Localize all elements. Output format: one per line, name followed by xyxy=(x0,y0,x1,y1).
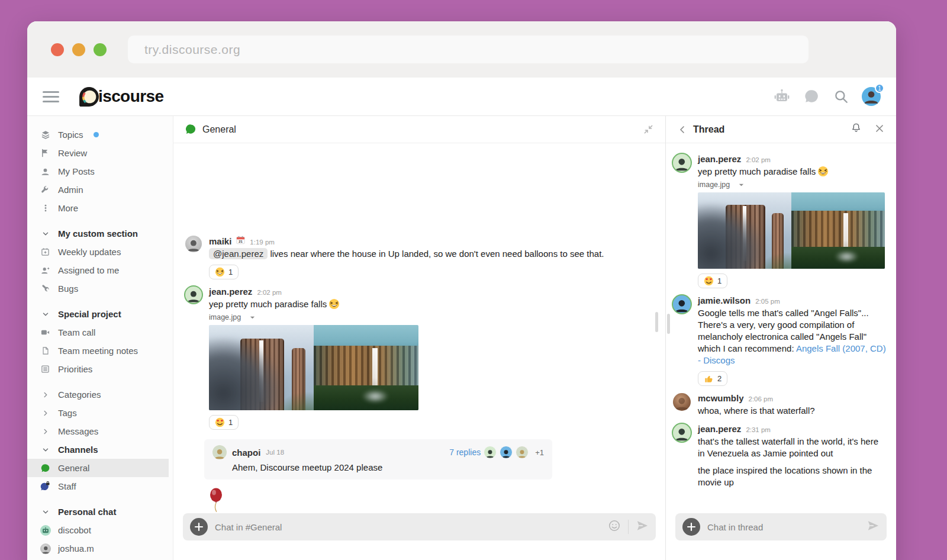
avatar[interactable] xyxy=(673,393,691,411)
message-text: yep pretty much paradise falls xyxy=(698,166,816,176)
paradise-falls-image[interactable] xyxy=(698,192,791,269)
sidebar-section-categories[interactable]: Categories xyxy=(27,385,173,404)
timestamp: 2:31 pm xyxy=(746,426,771,433)
sidebar-item-bugs[interactable]: Bugs xyxy=(27,279,173,298)
sidebar-channel-general[interactable]: General xyxy=(27,459,169,477)
maximize-window-button[interactable] xyxy=(94,43,107,56)
avatar[interactable] xyxy=(212,445,227,459)
attachment-toggle[interactable]: image.jpg xyxy=(698,181,885,189)
attach-button[interactable] xyxy=(190,518,208,536)
sidebar-item-team-meeting-notes[interactable]: Team meeting notes xyxy=(27,342,173,360)
avatar[interactable] xyxy=(185,236,202,252)
hamburger-menu-icon[interactable] xyxy=(43,91,59,102)
reaction-thumbs-up[interactable]: 2 xyxy=(698,371,727,386)
search-icon[interactable] xyxy=(832,88,850,105)
collapse-icon[interactable] xyxy=(643,124,653,134)
discourse-logo-mark xyxy=(78,86,100,108)
scrollbar-thumb[interactable] xyxy=(655,312,658,332)
browser-chrome: try.discourse.org xyxy=(27,21,896,78)
sidebar-item-review[interactable]: Review xyxy=(27,144,173,162)
sidebar-label: Topics xyxy=(58,130,83,140)
image-attachment-pair[interactable] xyxy=(698,192,885,269)
participants-overflow: +1 xyxy=(535,448,544,457)
send-icon[interactable] xyxy=(636,519,649,535)
paradise-falls-image[interactable] xyxy=(209,325,314,410)
chat-bubble-icon[interactable] xyxy=(803,88,820,105)
avatar[interactable] xyxy=(673,295,691,313)
message-text: Ahem, Discourse meetup 2024 please xyxy=(232,462,544,472)
bell-icon[interactable] xyxy=(851,123,862,136)
calendar-plus-icon xyxy=(40,247,50,257)
sidebar-item-team-call[interactable]: Team call xyxy=(27,323,173,342)
robot-icon[interactable] xyxy=(773,88,791,105)
sidebar-section-tags[interactable]: Tags xyxy=(27,404,173,422)
user-icon xyxy=(40,166,50,176)
thread-composer[interactable]: Chat in thread xyxy=(675,513,887,540)
username[interactable]: chapoi xyxy=(232,448,260,458)
avatar[interactable] xyxy=(185,287,202,303)
thread-summary-card[interactable]: chapoi Jul 18 7 replies +1 Ahem, Discour… xyxy=(204,439,552,479)
composer-placeholder[interactable]: Chat in #General xyxy=(215,522,282,532)
avatar[interactable] xyxy=(673,154,691,172)
username[interactable]: mcwumbly xyxy=(698,393,744,403)
back-icon[interactable] xyxy=(678,125,687,134)
flag-icon xyxy=(40,148,50,158)
avatar[interactable] xyxy=(673,424,691,442)
sidebar-channel-staff[interactable]: Staff xyxy=(27,477,173,495)
sidebar-item-priorities[interactable]: Priorities xyxy=(27,360,173,378)
address-bar[interactable]: try.discourse.org xyxy=(128,36,809,63)
message-list: maiki 21 1:19 pm @jean.perez lives near … xyxy=(173,143,665,513)
sidebar-section-my-custom-section[interactable]: My custom section xyxy=(27,224,173,243)
minimize-window-button[interactable] xyxy=(72,43,85,56)
reaction-laughing[interactable]: 1 xyxy=(209,265,239,279)
username[interactable]: maiki xyxy=(209,236,231,246)
sidebar-item-weekly-updates[interactable]: Weekly updates xyxy=(27,243,173,261)
close-window-button[interactable] xyxy=(51,43,64,56)
angel-falls-image[interactable] xyxy=(791,192,885,269)
thread-header: Thread xyxy=(666,116,896,143)
laughing-emoji xyxy=(328,298,340,310)
username[interactable]: jean.perez xyxy=(698,424,741,434)
emoji-picker-icon[interactable] xyxy=(608,519,621,535)
chat-message: jean.perez 2:02 pm yep pretty much parad… xyxy=(173,284,665,435)
sidebar-label: discobot xyxy=(58,525,91,535)
sidebar-section-title: Categories xyxy=(58,390,101,400)
sidebar-label: General xyxy=(58,463,89,473)
close-icon[interactable] xyxy=(875,124,884,136)
chat-message: maiki 21 1:19 pm @jean.perez lives near … xyxy=(173,233,665,284)
sidebar-dm-discobot[interactable]: discobot xyxy=(27,521,173,539)
sidebar-section-personal-chat[interactable]: Personal chat xyxy=(27,503,173,521)
chevron-right-icon xyxy=(40,408,50,418)
sidebar-item-assigned-to-me[interactable]: Assigned to me xyxy=(27,261,173,279)
attach-button[interactable] xyxy=(682,518,700,536)
sidebar-section-channels[interactable]: Channels xyxy=(27,440,173,459)
username[interactable]: jean.perez xyxy=(698,154,741,164)
chat-composer[interactable]: Chat in #General xyxy=(183,513,656,540)
thread-replies-link[interactable]: 7 replies xyxy=(449,448,481,457)
participant-avatar xyxy=(500,446,513,459)
sidebar-item-topics[interactable]: Topics xyxy=(27,125,173,144)
angel-falls-image[interactable] xyxy=(314,325,418,410)
reaction-heart-eyes[interactable]: 1 xyxy=(209,415,239,430)
sidebar-item-admin[interactable]: Admin xyxy=(27,181,173,199)
sidebar-section-messages[interactable]: Messages xyxy=(27,422,173,440)
sidebar-dm-joshua[interactable]: joshua.m xyxy=(27,539,173,558)
sidebar-section-special-project[interactable]: Special project xyxy=(27,305,173,323)
attachment-toggle[interactable]: image.jpg xyxy=(209,313,418,321)
reaction-heart-eyes[interactable]: 1 xyxy=(698,273,727,288)
sidebar-item-more[interactable]: More xyxy=(27,199,173,217)
user-avatar[interactable]: 1 xyxy=(862,87,881,106)
message-text: lives near where the house in Up landed,… xyxy=(270,249,604,259)
sidebar-label: Staff xyxy=(58,481,76,491)
mention-pill[interactable]: @jean.perez xyxy=(209,248,268,259)
composer-placeholder[interactable]: Chat in thread xyxy=(707,522,763,532)
chevron-right-icon xyxy=(40,390,50,400)
traffic-lights xyxy=(51,43,107,56)
image-attachment-pair[interactable] xyxy=(209,325,418,410)
username[interactable]: jamie.wilson xyxy=(698,295,750,305)
username[interactable]: jean.perez xyxy=(209,287,252,297)
sidebar-item-my-posts[interactable]: My Posts xyxy=(27,162,173,181)
scrollbar-thumb[interactable] xyxy=(667,314,670,334)
send-icon[interactable] xyxy=(867,519,880,535)
discourse-logo[interactable]: iscourse xyxy=(78,86,163,108)
